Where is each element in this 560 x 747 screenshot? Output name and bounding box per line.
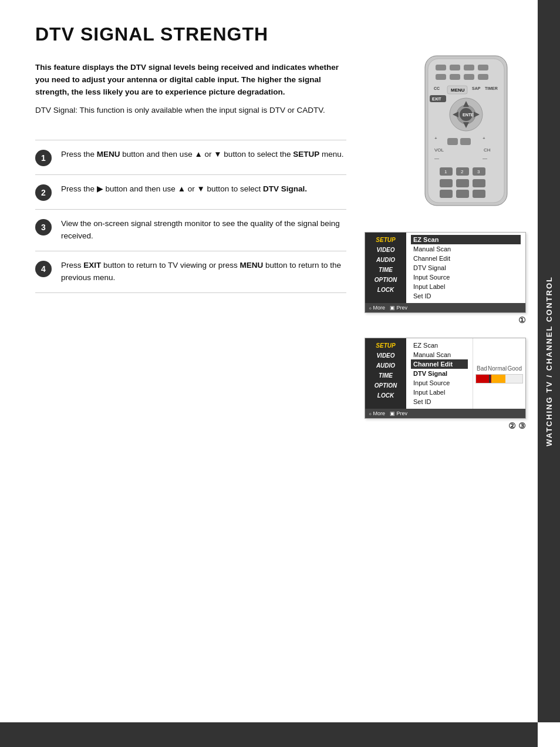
menu-right-ezscan-2: EZ Scan <box>411 341 468 350</box>
svg-rect-39 <box>440 179 453 187</box>
svg-text:SAP: SAP <box>472 86 481 90</box>
svg-text:+: + <box>434 136 437 141</box>
menu-left-panel-1: SETUP VIDEO AUDIO TIME OPTION LOCK <box>365 233 406 303</box>
step-1-text: Press the MENU button and then use ▲ or … <box>61 149 344 161</box>
menu-footer-1: ⬦ More ▣ Prev <box>365 303 525 312</box>
menu-right-inputsource-2: Input Source <box>411 378 468 388</box>
svg-rect-3 <box>450 65 460 70</box>
intro-bold-text: This feature displays the DTV signal lev… <box>35 62 340 99</box>
menu-item-video-2: VIDEO <box>365 351 406 361</box>
step-2: 2 Press the ▶ button and then use ▲ or ▼… <box>35 174 346 209</box>
menu-right-and-signal: EZ Scan Manual Scan Channel Edit DTV Sig… <box>406 338 473 409</box>
menu-right-manualscan: Manual Scan <box>411 244 521 254</box>
svg-rect-40 <box>456 179 469 187</box>
menu-item-audio-2: AUDIO <box>365 361 406 371</box>
menu-item-setup: SETUP <box>365 235 406 245</box>
svg-text:MENU: MENU <box>451 88 465 93</box>
svg-rect-43 <box>456 190 469 198</box>
svg-text:2: 2 <box>461 169 464 174</box>
remote-svg: CC MENU SAP TIMER EXIT ENTER + VOL — + C… <box>407 53 525 211</box>
step-indicator-23: ② ③ <box>365 421 526 430</box>
step-1: 1 Press the MENU button and then use ▲ o… <box>35 140 346 174</box>
signal-bar-indicator <box>489 375 491 383</box>
menu-item-audio: AUDIO <box>365 255 406 265</box>
menu-footer-prev-icon: ▣ Prev <box>390 305 407 311</box>
signal-good-label: Good <box>508 365 522 372</box>
step-3-text: View the on-screen signal strength monit… <box>61 218 346 243</box>
menu-right-dtvsignal-2: DTV Signal <box>411 369 468 378</box>
menu-item-setup-2: SETUP <box>365 341 406 351</box>
menu-box-2: SETUP VIDEO AUDIO TIME OPTION LOCK EZ Sc… <box>365 338 526 419</box>
signal-bar <box>475 374 523 383</box>
svg-text:1: 1 <box>444 169 447 174</box>
svg-rect-7 <box>450 74 460 80</box>
svg-rect-44 <box>473 190 485 198</box>
svg-rect-42 <box>440 190 453 198</box>
step-number-1: 1 <box>35 150 52 166</box>
menu-footer-2: ⬦ More ▣ Prev <box>365 409 525 418</box>
step-2-text: Press the ▶ button and then use ▲ or ▼ b… <box>61 183 307 196</box>
bottom-bar <box>0 722 538 747</box>
step-indicator-1: ① <box>365 315 526 325</box>
menu-item-lock: LOCK <box>365 285 406 295</box>
step-number-2: 2 <box>35 184 52 201</box>
step-number-4: 4 <box>35 261 52 277</box>
menu-box-1: SETUP VIDEO AUDIO TIME OPTION LOCK EZ Sc… <box>365 232 526 313</box>
svg-rect-9 <box>478 74 488 80</box>
menu-right-panel-2: EZ Scan Manual Scan Channel Edit DTV Sig… <box>406 338 473 409</box>
signal-labels: Bad Normal Good <box>475 364 523 372</box>
svg-rect-5 <box>478 65 488 70</box>
menu-item-option-2: OPTION <box>365 381 406 391</box>
menu-right-manualscan-2: Manual Scan <box>411 350 468 359</box>
svg-rect-4 <box>464 65 474 70</box>
menu-item-lock-2: LOCK <box>365 391 406 401</box>
svg-rect-2 <box>436 65 446 70</box>
svg-text:TIMER: TIMER <box>485 86 498 90</box>
menu-footer-more-icon-2: ⬦ More <box>369 410 385 416</box>
svg-rect-29 <box>460 138 471 145</box>
menu-item-option: OPTION <box>365 275 406 285</box>
menu-right-inputlabel-2: Input Label <box>411 388 468 397</box>
menu-footer-more-icon: ⬦ More <box>369 305 385 311</box>
menu-right-channeledit-2: Channel Edit <box>411 359 468 369</box>
signal-strength-panel: Bad Normal Good <box>473 338 525 409</box>
step-number-3: 3 <box>35 219 52 235</box>
signal-bar-normal <box>491 375 505 383</box>
signal-bad-label: Bad <box>477 365 487 372</box>
page-title: DTV SIGNAL STRENGTH <box>35 23 508 45</box>
svg-text:VOL: VOL <box>434 147 444 153</box>
intro-note: DTV Signal: This function is only availa… <box>35 105 340 116</box>
svg-text:EXIT: EXIT <box>432 97 441 101</box>
menu-right-channeledit: Channel Edit <box>411 254 521 263</box>
sidebar-label: WATCHING TV / CHANNEL CONTROL <box>545 276 554 446</box>
svg-rect-6 <box>436 74 446 80</box>
menu-right-setid-2: Set ID <box>411 397 468 406</box>
svg-rect-8 <box>464 74 474 80</box>
sidebar: WATCHING TV / CHANNEL CONTROL <box>538 0 560 722</box>
svg-text:—: — <box>483 156 487 161</box>
menu-screenshot-1: SETUP VIDEO AUDIO TIME OPTION LOCK EZ Sc… <box>365 232 526 325</box>
steps-container: 1 Press the MENU button and then use ▲ o… <box>35 140 346 293</box>
menu-right-inputsource: Input Source <box>411 272 521 282</box>
menu-right-dtvsignal: DTV Signal <box>411 263 521 272</box>
svg-text:3: 3 <box>477 169 480 174</box>
step-4: 4 Press EXIT button to return to TV view… <box>35 251 346 293</box>
step-4-text: Press EXIT button to return to TV viewin… <box>61 260 346 284</box>
svg-text:—: — <box>434 156 439 161</box>
svg-rect-28 <box>447 138 458 145</box>
menu-right-setid: Set ID <box>411 291 521 301</box>
menu-left-panel-2: SETUP VIDEO AUDIO TIME OPTION LOCK <box>365 338 406 409</box>
step-3: 3 View the on-screen signal strength mon… <box>35 209 346 251</box>
svg-text:CC: CC <box>434 86 440 90</box>
menu-item-time-2: TIME <box>365 371 406 381</box>
menu-screenshot-2: SETUP VIDEO AUDIO TIME OPTION LOCK EZ Sc… <box>365 338 526 430</box>
menu-right-inputlabel: Input Label <box>411 282 521 291</box>
remote-control: CC MENU SAP TIMER EXIT ENTER + VOL — + C… <box>407 53 525 211</box>
svg-text:CH: CH <box>484 147 491 153</box>
menu-footer-prev-icon-2: ▣ Prev <box>390 410 407 416</box>
menu-right-panel-1: EZ Scan Manual Scan Channel Edit DTV Sig… <box>406 233 525 303</box>
signal-normal-label: Normal <box>488 365 507 372</box>
svg-text:+: + <box>483 136 485 141</box>
menu-right-ezscan: EZ Scan <box>411 235 521 244</box>
menu-item-time: TIME <box>365 265 406 275</box>
